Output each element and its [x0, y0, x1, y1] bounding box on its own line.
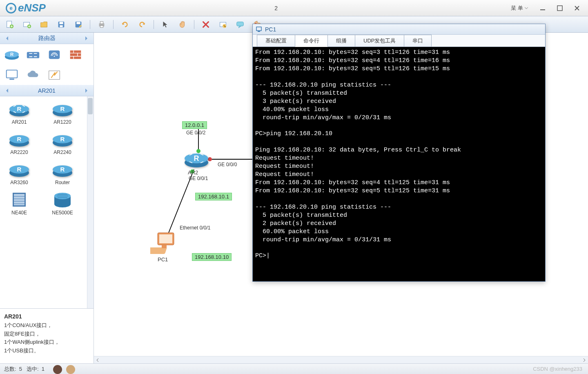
switch-category-icon[interactable] [25, 47, 41, 61]
pc1-title-bar[interactable]: PC1 [253, 24, 545, 35]
new-file-button[interactable] [4, 19, 16, 30]
terminal-output[interactable]: From 192.168.20.10: bytes=32 seq=3 ttl=1… [253, 47, 545, 281]
tab-cli[interactable]: 命令行 [295, 35, 328, 47]
pointer-tool-button[interactable] [160, 19, 171, 30]
separator [113, 20, 114, 29]
svg-rect-1 [557, 6, 562, 11]
tab-basic-config[interactable]: 基础配置 [257, 35, 295, 47]
model-header[interactable]: AR201 [0, 85, 94, 96]
chevron-down-icon [525, 7, 528, 9]
wlan-category-icon[interactable] [47, 47, 62, 61]
device-label: NE5000E [52, 210, 73, 216]
tab-serial[interactable]: 串口 [404, 35, 432, 47]
pan-tool-button[interactable] [177, 19, 188, 30]
scrollbar-track[interactable] [87, 96, 94, 308]
svg-point-26 [54, 56, 55, 57]
cloud-category-icon[interactable] [25, 68, 41, 82]
tab-udp-tool[interactable]: UDP发包工具 [355, 35, 404, 47]
device-item[interactable]: RRouter [48, 160, 77, 185]
pc1-window[interactable]: PC1 基础配置 命令行 组播 UDP发包工具 串口 From 192.168.… [252, 24, 546, 282]
save-as-button[interactable] [73, 19, 84, 30]
new-topo-button[interactable] [21, 19, 33, 30]
separator [90, 20, 90, 29]
svg-rect-29 [9, 79, 14, 80]
device-item[interactable]: RAR3260 [5, 160, 33, 185]
scrollbar-thumb[interactable] [88, 98, 93, 114]
svg-rect-17 [237, 22, 244, 26]
svg-rect-24 [27, 52, 39, 58]
svg-rect-16 [224, 25, 225, 26]
svg-rect-28 [7, 70, 18, 78]
pc-node[interactable] [150, 231, 178, 256]
device-label: AR2240 [53, 149, 71, 155]
device-item[interactable]: NE40E [5, 190, 33, 216]
logo-icon: e [6, 3, 16, 13]
pc-icon [256, 26, 263, 33]
redo-button[interactable] [136, 19, 148, 30]
svg-text:R: R [60, 105, 65, 112]
ip-label[interactable]: 192.168.10.10 [192, 253, 232, 261]
tab-multicast[interactable]: 组播 [327, 35, 355, 47]
svg-text:R: R [17, 166, 22, 173]
undo-button[interactable] [119, 19, 131, 30]
device-label: AR2220 [10, 149, 28, 155]
close-button[interactable] [570, 3, 584, 13]
avatar-icon [66, 365, 75, 374]
device-label: Router [55, 180, 70, 185]
svg-text:R: R [60, 136, 65, 142]
svg-rect-0 [540, 9, 545, 10]
horizontal-scrollbar[interactable] [94, 356, 588, 363]
svg-text:R: R [10, 52, 13, 57]
info-line: 固定8FE接口， [4, 331, 40, 337]
credentials-button[interactable] [217, 19, 229, 30]
info-line: 1个WAN侧uplink接口， [4, 339, 60, 345]
ip-label[interactable]: 12.0.0.1 [182, 121, 207, 129]
scroll-right-icon[interactable] [581, 357, 588, 363]
selected-label: 选中: [27, 366, 39, 372]
svg-rect-8 [60, 25, 62, 27]
svg-rect-7 [59, 22, 63, 24]
pc-category-icon[interactable] [4, 68, 20, 82]
ip-label[interactable]: 192.168.10.1 [195, 193, 232, 200]
category-title: 路由器 [38, 35, 56, 42]
connection-category-icon[interactable] [47, 68, 62, 82]
save-button[interactable] [56, 19, 67, 30]
watermark: CSDN @xinheng233 [533, 366, 588, 372]
print-button[interactable] [96, 19, 107, 30]
minimize-button[interactable] [536, 3, 550, 13]
port-label: GE 0/0/1 [189, 176, 208, 181]
total-value: 5 [19, 366, 22, 372]
device-label: AR3260 [10, 180, 28, 185]
document-title: 2 [46, 5, 506, 11]
device-sidebar: 路由器 R AR201 RAR201 RAR1220 RAR2220 RAR22… [0, 33, 94, 363]
device-item[interactable]: RAR2220 [5, 130, 33, 155]
svg-text:R: R [194, 154, 199, 163]
menu-button[interactable]: 菜 单 [506, 3, 532, 13]
title-bar: e eNSP 2 菜 单 [0, 0, 588, 16]
firewall-category-icon[interactable] [68, 47, 83, 61]
status-counts: 总数: 5 选中: 1 [4, 365, 45, 373]
scroll-left-icon[interactable] [94, 357, 101, 363]
svg-rect-68 [258, 31, 260, 32]
device-item[interactable]: RAR201 [5, 100, 33, 125]
delete-button[interactable] [200, 19, 212, 30]
device-item[interactable]: NE5000E [48, 190, 77, 216]
info-line: 1个USB接口。 [4, 347, 39, 354]
router-category-icon[interactable]: R [4, 47, 20, 61]
category-header[interactable]: 路由器 [0, 33, 94, 44]
device-item[interactable]: RAR2240 [48, 130, 77, 155]
separator [194, 20, 194, 29]
svg-rect-64 [159, 234, 172, 243]
category-icons-row1: R [0, 44, 94, 65]
device-item[interactable]: RAR1220 [48, 100, 77, 125]
total-label: 总数: [4, 366, 16, 372]
maximize-button[interactable] [553, 3, 567, 13]
svg-rect-13 [100, 25, 103, 27]
app-name: eNSP [18, 2, 46, 14]
svg-rect-25 [49, 51, 60, 59]
svg-rect-65 [150, 247, 167, 254]
port-label: Ethernet 0/0/1 [180, 225, 210, 231]
annotation-button[interactable] [234, 19, 246, 30]
open-button[interactable] [38, 19, 50, 30]
router-node[interactable]: R [184, 148, 209, 168]
